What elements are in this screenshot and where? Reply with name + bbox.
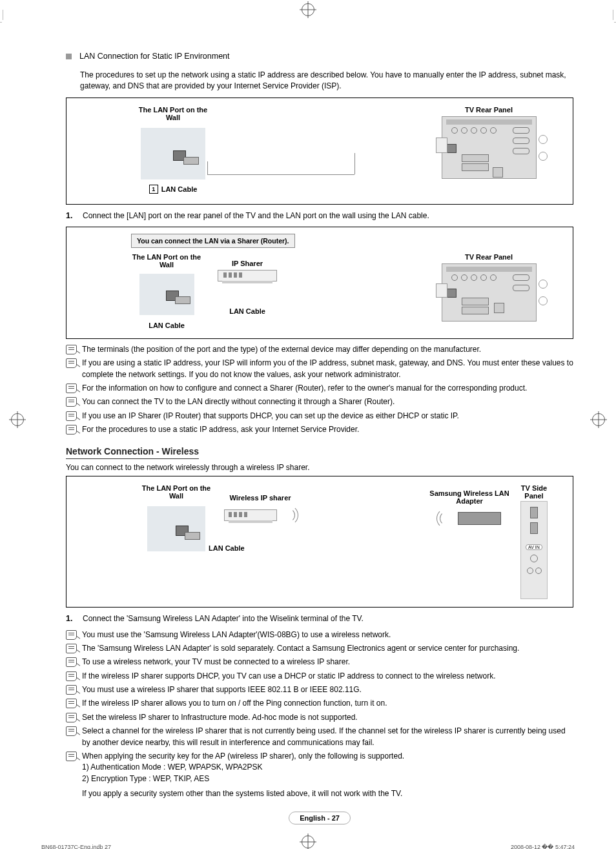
note-text: If you are using a static IP address, yo… (82, 358, 573, 380)
cable-number: 1 (149, 185, 158, 194)
step-list-1: 1. Connect the [LAN] port on the rear pa… (66, 211, 573, 220)
note-text: For the procedures to use a static IP ad… (82, 424, 359, 435)
note-icon (66, 699, 77, 708)
note-icon (66, 713, 77, 722)
note-text: For the information on how to configure … (82, 383, 527, 394)
registration-mark-top (302, 3, 314, 18)
note-icon (66, 630, 77, 640)
tv-rear-label: TV Rear Panel (465, 106, 513, 114)
cable-label-2b: LAN Cable (229, 307, 265, 315)
diagram-wireless: The LAN Port on the Wall Wireless IP sha… (66, 476, 573, 608)
note-icon (66, 397, 77, 407)
step-number: 1. (66, 614, 77, 623)
note-text: The 'Samsung Wireless LAN Adapter' is so… (82, 643, 519, 654)
square-bullet-icon (66, 54, 72, 59)
section-desc: The procedures to set up the network usi… (80, 70, 573, 92)
note-icon (66, 345, 77, 354)
cable-label-2a: LAN Cable (149, 322, 185, 329)
step-text: Connect the [LAN] port on the rear panel… (83, 211, 429, 220)
wall-panel-icon-2 (139, 274, 194, 315)
note-icon (66, 752, 77, 761)
note-text: Set the wireless IP sharer to Infrastruc… (82, 712, 358, 723)
wireless-sharer-icon (224, 509, 277, 521)
note-icon (66, 411, 77, 421)
note-icon (66, 384, 77, 393)
wall-panel-icon-3 (147, 506, 205, 551)
wall-panel-icon (141, 128, 205, 179)
content-area: LAN Connection for Static IP Environment… (66, 52, 573, 824)
sharer-banner: You can connect the LAN via a Sharer (Ro… (131, 234, 295, 248)
note-text: You can connect the TV to the LAN direct… (82, 396, 395, 407)
ip-sharer-icon (218, 270, 277, 281)
adapter-label: Samsung Wireless LAN Adapter (424, 489, 515, 505)
page-footer: English - 27 (66, 812, 573, 824)
wireless-desc: You can connect to the network wirelessl… (66, 463, 573, 472)
step-number: 1. (66, 211, 77, 220)
section-lan-static: LAN Connection for Static IP Environment (66, 52, 573, 65)
tv-rear-label-2: TV Rear Panel (465, 253, 513, 261)
note-text: The terminals (the position of the port … (82, 344, 481, 355)
note-text: You must use a wireless IP sharer that s… (82, 684, 362, 695)
note-icon (66, 425, 77, 435)
signal-waves-icon (438, 507, 458, 529)
tv-rear-panel-icon (442, 116, 537, 179)
note-text: Select a channel for the wireless IP sha… (82, 726, 573, 748)
note-text: To use a wireless network, your TV must … (82, 657, 350, 668)
notes-list-2: You must use the 'Samsung Wireless LAN A… (66, 629, 573, 800)
tv-side-panel-icon: AV IN (520, 501, 548, 599)
note-icon (66, 657, 77, 667)
page-root: LAN Connection for Static IP Environment… (1, 0, 615, 849)
diagram-sharer: You can connect the LAN via a Sharer (Ro… (66, 227, 573, 339)
note-text: If the wireless IP sharer allows you to … (82, 698, 387, 709)
print-footer-left: BN68-01737C-Eng.indb 27 (41, 844, 111, 849)
note-icon (66, 644, 77, 653)
registration-mark-left (11, 413, 24, 428)
wireless-sharer-label: Wireless IP sharer (229, 494, 291, 502)
step-list-2: 1. Connect the 'Samsung Wireless LAN Ada… (66, 614, 573, 623)
signal-waves-icon (277, 504, 296, 526)
wall-label: The LAN Port on the Wall (131, 106, 215, 121)
notes-list-1: The terminals (the position of the port … (66, 344, 573, 436)
registration-mark-bottom (302, 835, 314, 849)
step-text: Connect the 'Samsung Wireless LAN Adapte… (83, 614, 364, 623)
side-panel-label: TV Side Panel (515, 484, 553, 500)
note-icon (66, 685, 77, 695)
note-text: If you use an IP Sharer (IP Router) that… (82, 411, 459, 422)
diagram-static-ip: The LAN Port on the Wall 1 LAN Cable TV … (66, 97, 573, 205)
note-icon (66, 358, 77, 368)
heading-wireless: Network Connection - Wireless (66, 446, 199, 459)
tv-rear-panel-icon-2 (442, 263, 537, 322)
registration-mark-right (592, 413, 605, 428)
note-icon (66, 726, 77, 736)
page-number-pill: English - 27 (289, 812, 351, 824)
cable-label-3: LAN Cable (209, 544, 245, 552)
wireless-adapter-icon (458, 512, 501, 525)
wall-label-2: The LAN Port on the Wall (131, 253, 202, 269)
cable-label: LAN Cable (161, 185, 198, 193)
note-text: If the wireless IP sharer supports DHCP,… (82, 671, 496, 682)
wall-label-3: The LAN Port on the Wall (138, 484, 215, 500)
ip-sharer-label: IP Sharer (232, 260, 263, 267)
section-title: LAN Connection for Static IP Environment (79, 52, 573, 61)
avin-label: AV IN (526, 544, 542, 550)
note-text: When applying the security key for the A… (82, 751, 404, 800)
print-footer-right: 2008-08-12 �� 5:47:24 (511, 844, 575, 849)
note-text: You must use the 'Samsung Wireless LAN A… (82, 629, 391, 640)
note-icon (66, 671, 77, 681)
